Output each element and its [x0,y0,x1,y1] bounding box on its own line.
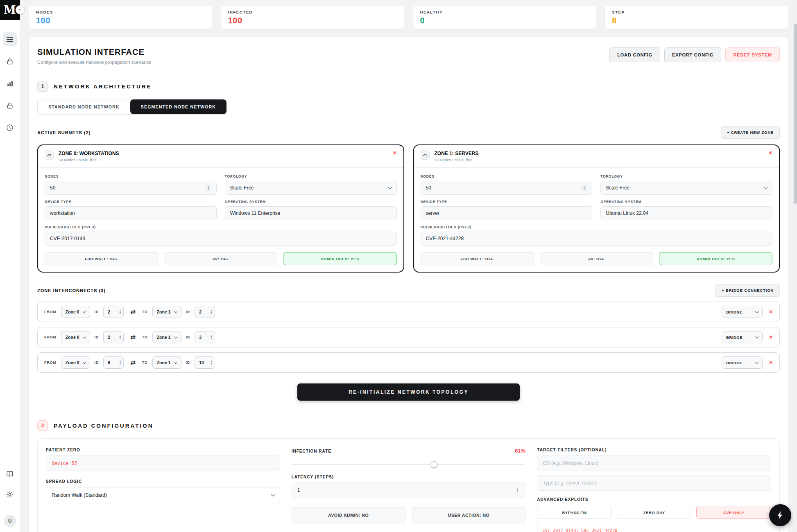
bridge-type-value: BRIDGE [726,361,743,365]
sidebar-item-docs[interactable] [3,467,17,481]
number-spinner[interactable]: ▴▾ [515,487,520,493]
chevron-down-icon [764,185,768,189]
to-id-value: 2 [199,309,202,314]
latency-input[interactable]: 1 ▴▾ [292,482,526,498]
tab-segmented-network[interactable]: SEGMENTED NODE NETWORK [130,99,226,114]
close-icon[interactable]: ✕ [769,360,773,365]
zone-badge: Z0 [45,151,54,160]
close-icon[interactable]: ✕ [769,309,773,314]
zone-topology-select[interactable]: Scale Free [225,181,397,195]
zone-nodes-input[interactable]: 50 ▴▾ [45,181,217,195]
lock-icon [6,57,14,65]
gear-icon [6,490,14,498]
zone-vulns-input[interactable]: CVE-2021-44228 [421,232,773,246]
zone-nodes-input[interactable]: 50 ▴▾ [421,181,593,195]
from-zone-select[interactable]: Zone 0 [61,331,90,343]
number-spinner[interactable]: ▴▾ [209,309,213,314]
admin-user-toggle[interactable]: ADMIN USER: YES [283,252,396,265]
lightning-icon [775,510,785,520]
zone-os-input[interactable]: Windows 11 Enterprise [225,206,397,220]
number-spinner[interactable]: ▴▾ [118,309,121,314]
stat-card-infected: INFECTED 100 [221,6,404,29]
swap-arrows-icon: ⇄ [130,334,136,341]
zone-device-input[interactable]: server [421,206,593,220]
cve-list-input[interactable]: CVE-2017-0143, CVE-2021-44228 [537,524,771,532]
section-2-title: PAYLOAD CONFIGURATION [54,423,154,429]
reset-system-button[interactable]: RESET SYSTEM [725,47,780,62]
from-zone-select[interactable]: Zone 0 [61,306,90,318]
cve-only-toggle[interactable]: CVE ONLY [696,506,771,519]
to-zone-select[interactable]: Zone 1 [152,331,181,343]
stat-label: HEALTHY [420,10,589,14]
bridge-type-select[interactable]: BRIDGE [722,331,763,343]
bypass-fw-toggle[interactable]: BYPASS FW [537,506,612,519]
number-spinner[interactable]: ▴▾ [118,360,121,365]
close-icon[interactable]: ✕ [392,151,396,156]
create-zone-button[interactable]: + CREATE NEW ZONE [721,126,780,139]
sidebar-item-menu[interactable] [3,32,17,46]
type-filter-input[interactable]: Type (e.g. server, router) [537,475,771,491]
stat-label: INFECTED [228,10,397,14]
from-id-input[interactable]: 2 ▴▾ [103,331,124,343]
firewall-toggle[interactable]: FIREWALL: OFF [421,252,534,265]
user-action-toggle[interactable]: USER ACTION: NO [412,507,526,523]
infection-rate-slider[interactable] [292,464,526,465]
tab-standard-network[interactable]: STANDARD NODE NETWORK [38,99,130,114]
infection-rate-value: 61% [515,448,525,454]
scrollbar-thumb[interactable] [794,24,797,204]
number-spinner[interactable]: ▴▾ [209,335,213,340]
bridge-type-select[interactable]: BRIDGE [722,356,763,369]
to-zone-value: Zone 1 [157,335,171,340]
zone-vulns-input[interactable]: CVE-2017-0143 [45,232,397,246]
sidebar: M › [0,0,20,532]
sidebar-item-vault[interactable] [3,99,17,113]
bridge-type-select[interactable]: BRIDGE [722,306,763,318]
to-zone-select[interactable]: Zone 1 [152,356,181,369]
sidebar-expand-button[interactable]: › [16,5,25,14]
zone-device-input[interactable]: workstation [45,206,217,220]
zero-day-toggle[interactable]: ZERO-DAY [617,506,692,519]
export-config-button[interactable]: EXPORT CONFIG [664,47,721,62]
zone-os-input[interactable]: Ubuntu Linux 22.04 [600,206,772,220]
sidebar-item-history[interactable] [3,121,17,135]
avoid-admin-toggle[interactable]: AVOID ADMIN: NO [292,507,405,523]
chevron-down-icon [174,360,177,363]
payload-col-middle: INFECTION RATE 61% LATENCY (STEPS) 1 ▴▾ … [292,448,526,532]
logo-monogram: M [4,5,16,16]
close-icon[interactable]: ✕ [768,151,772,156]
field-label: DEVICE TYPE [45,200,217,204]
sidebar-item-analytics[interactable] [3,77,17,90]
number-spinner[interactable]: ▴▾ [209,360,213,365]
bridge-connection-button[interactable]: + BRIDGE CONNECTION [715,284,780,297]
sidebar-item-lock[interactable] [3,54,17,68]
av-toggle[interactable]: AV: OFF [540,252,653,265]
load-config-button[interactable]: LOAD CONFIG [609,47,660,62]
bridge-type-value: BRIDGE [726,335,743,340]
close-icon[interactable]: ✕ [769,335,773,340]
to-id-value: 10 [199,360,204,365]
firewall-toggle[interactable]: FIREWALL: OFF [45,252,158,265]
to-id-input[interactable]: 3 ▴▾ [195,331,215,343]
sidebar-item-settings[interactable] [3,487,17,501]
admin-user-toggle[interactable]: ADMIN USER: YES [659,252,772,265]
number-spinner[interactable]: ▴▾ [582,185,587,191]
to-zone-select[interactable]: Zone 1 [152,306,181,318]
av-toggle[interactable]: AV: OFF [164,252,277,265]
spread-logic-select[interactable]: Random Walk (Standard) [46,487,280,503]
zone-topology-select[interactable]: Scale Free [600,181,772,195]
from-zone-select[interactable]: Zone 0 [61,356,90,369]
field-label: VULNERABILITIES (CVES) [45,225,397,229]
from-id-input[interactable]: 8 ▴▾ [103,356,124,369]
user-avatar[interactable]: U [4,515,16,527]
to-id-input[interactable]: 10 ▴▾ [195,356,215,369]
to-id-input[interactable]: 2 ▴▾ [195,306,215,318]
from-id-input[interactable]: 2 ▴▾ [103,306,124,318]
reinitialize-topology-button[interactable]: RE-INITIALIZE NETWORK TOPOLOGY [297,383,520,401]
infection-rate-handle[interactable] [431,461,438,468]
number-spinner[interactable]: ▴▾ [118,335,121,340]
quick-action-fab[interactable] [769,504,791,526]
patient-zero-input[interactable]: device_55 [46,455,280,471]
number-spinner[interactable]: ▴▾ [206,185,211,191]
os-filter-input[interactable]: OS (e.g. Windows, Linux) [537,455,771,471]
spread-logic-label: SPREAD LOGIC [46,479,280,484]
